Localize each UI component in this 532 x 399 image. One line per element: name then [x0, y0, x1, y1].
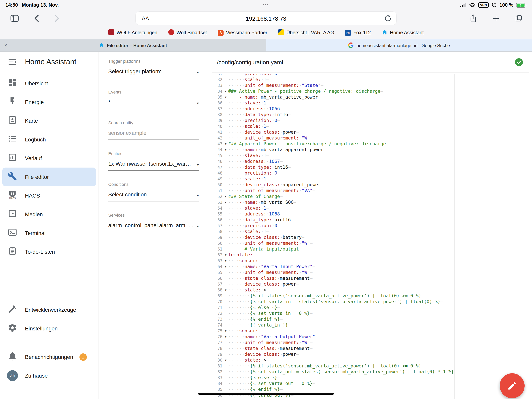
menu-icon[interactable]: [8, 57, 17, 66]
sidebar-item-logbuch[interactable]: Logbuch: [2, 130, 96, 149]
sidebar-item-terminal[interactable]: Terminal: [2, 224, 96, 242]
fold-arrow-icon[interactable]: ▾: [223, 147, 228, 153]
code-token: 1: [264, 153, 266, 158]
fold-arrow-icon[interactable]: ▾: [223, 328, 228, 334]
editor-scrollbar[interactable]: [455, 74, 455, 399]
sidebar-item-entwicklerwerkzeuge[interactable]: Entwicklerwerkzeuge: [2, 300, 96, 319]
field-select[interactable]: Select condition: [108, 191, 199, 201]
line-number: 58: [209, 229, 223, 235]
bookmark-item[interactable]: AViessmann Partner: [218, 30, 267, 36]
app-title: Home Assistant: [25, 58, 76, 66]
code-token: ·: [258, 334, 261, 339]
fold-arrow-icon[interactable]: ▾: [223, 264, 228, 270]
edit-fab-button[interactable]: [500, 373, 525, 398]
fold-arrow-icon[interactable]: ▾: [223, 200, 228, 205]
bookmark-item[interactable]: Wolf Smartset: [168, 29, 207, 36]
code-token: int16: [274, 164, 288, 170]
bookmark-item[interactable]: Übersicht | VARTA AG: [278, 29, 334, 36]
code-line: 61······# Varta input/output–: [209, 246, 455, 252]
tabs-overview-button[interactable]: [514, 13, 524, 23]
fold-arrow-icon[interactable]: ▾: [223, 141, 228, 147]
sidebar-item-energie[interactable]: Energie: [2, 93, 96, 111]
code-token: ### State of Charge: [228, 194, 280, 199]
page-content: Home Assistant ÜbersichtEnergieKarteLogb…: [0, 52, 532, 399]
field-input[interactable]: sensor.example: [108, 130, 199, 140]
code-editor[interactable]: 31······precision:·0–32······scale:·1–33…: [209, 74, 455, 399]
code-token: ·: [258, 94, 261, 100]
fold-gutter: [223, 182, 228, 188]
code-line: 34▾### Active Power - positive:charge / …: [209, 89, 455, 94]
browser-tab[interactable]: homeassistant alarmanlage url - Google S…: [266, 39, 532, 51]
sidebar-item-hacs[interactable]: HACSHACS: [2, 186, 96, 205]
code-token: {% if states('sensor.mb_varta_active_pow…: [250, 293, 421, 298]
sidebar-item-verlauf[interactable]: Verlauf: [2, 149, 96, 167]
code-line: 50······device_class:·apparent_power–: [209, 182, 455, 188]
code-token: state:: [245, 287, 261, 293]
code-line: 49······scale:·1–: [209, 176, 455, 182]
sidebar-item-label: Energie: [25, 99, 44, 105]
tab-title: homeassistant alarmanlage url - Google S…: [356, 43, 450, 48]
code-token: precision:: [245, 74, 272, 76]
fold-arrow-icon[interactable]: ▾: [223, 357, 228, 363]
eol-marker: –: [310, 310, 313, 316]
sidebar-item-medien[interactable]: Medien: [2, 205, 96, 224]
code-token: ### Active Power - positive:charge / neg…: [228, 89, 380, 94]
browser-tab[interactable]: ✕File editor – Home Assistant: [0, 39, 266, 51]
fold-arrow-icon[interactable]: ▾: [223, 258, 228, 264]
sidebar-item-notifications[interactable]: Benachrichtigungen1: [2, 348, 96, 366]
back-button[interactable]: [31, 13, 41, 23]
home-indicator[interactable]: [198, 393, 334, 395]
fold-gutter: [223, 375, 228, 381]
fold-arrow-icon[interactable]: ▾: [223, 287, 228, 293]
field-select[interactable]: *: [108, 99, 199, 109]
sidebar-item-file-editor[interactable]: File editor: [2, 167, 96, 186]
fold-gutter: [223, 305, 228, 310]
sidebar-item-profile[interactable]: ZhZu hause: [2, 366, 96, 385]
line-number: 54: [209, 205, 223, 211]
sidebar-item-to-do-listen[interactable]: To-do-Listen: [2, 242, 96, 261]
bookmark-item[interactable]: Home Assistant: [382, 29, 424, 36]
sidebar-item-einstellungen[interactable]: Einstellungen: [2, 319, 96, 338]
field-select[interactable]: alarm_control_panel.alarm_arm_…: [108, 222, 199, 232]
code-token: name:: [245, 147, 258, 152]
line-number: 67: [209, 281, 223, 287]
sidebar-item--bersicht[interactable]: Übersicht: [2, 74, 96, 93]
fold-gutter: [223, 123, 228, 129]
field-select[interactable]: Select trigger platform: [108, 68, 199, 78]
share-button[interactable]: [468, 13, 478, 23]
code-text: ······slave:·1–: [228, 100, 269, 106]
code-token: -: [239, 334, 242, 339]
bookmark-item[interactable]: FOFox-112: [345, 30, 371, 36]
fold-gutter: [223, 276, 228, 281]
line-number: 46: [209, 159, 223, 164]
fold-arrow-icon[interactable]: ▾: [223, 252, 228, 258]
text-size-button[interactable]: AA: [142, 15, 149, 21]
fold-arrow-icon[interactable]: ▾: [223, 334, 228, 340]
eol-marker: –: [310, 135, 313, 141]
code-text: ······slave:·1–: [228, 205, 269, 211]
code-token: ······: [228, 340, 245, 345]
fold-arrow-icon[interactable]: ▾: [223, 194, 228, 200]
panel-field-conditions: ConditionsSelect condition▼: [108, 181, 199, 212]
code-token: sensor:: [239, 328, 258, 334]
code-token: data_type:: [245, 164, 272, 170]
field-label: Services: [108, 212, 199, 217]
url-text[interactable]: 192.168.178.73: [246, 15, 286, 22]
bookmark-item[interactable]: WOLF Anleitungen: [108, 29, 157, 36]
file-path-input[interactable]: /config/configuration.yaml: [217, 52, 283, 72]
tab-close-icon[interactable]: ✕: [4, 39, 7, 51]
bookmarks-bar: WOLF AnleitungenWolf SmartsetAViessmann …: [0, 26, 532, 39]
code-token: name:: [245, 264, 258, 269]
sidebar-item-karte[interactable]: Karte: [2, 111, 96, 130]
field-select[interactable]: 1x Warmwasser (sensor.1x_war…: [108, 161, 199, 171]
reload-icon[interactable]: [384, 14, 392, 22]
new-tab-button[interactable]: [491, 13, 501, 23]
code-text: ······precision:·0–: [228, 74, 280, 77]
code-line: 70········{% set varta_in = states('sens…: [209, 299, 455, 305]
address-bar[interactable]: AA 192.168.178.73: [136, 12, 396, 25]
line-number: 85: [209, 386, 223, 392]
sidebar-toggle-button[interactable]: [9, 13, 19, 23]
forward-button[interactable]: [52, 13, 62, 23]
fold-arrow-icon[interactable]: ▾: [223, 89, 228, 94]
fold-arrow-icon[interactable]: ▾: [223, 94, 228, 100]
